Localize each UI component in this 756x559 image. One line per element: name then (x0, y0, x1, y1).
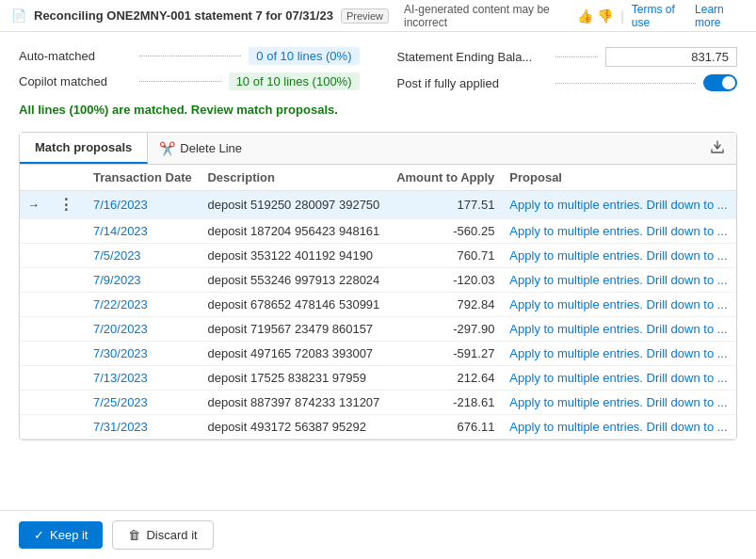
row-menu-empty (47, 293, 86, 317)
row-description: deposit 187204 956423 948161 (200, 219, 388, 244)
row-proposal: Apply to multiple entries. Drill down to… (502, 191, 736, 219)
table-row: 7/22/2023 deposit 678652 478146 530991 7… (20, 293, 736, 317)
row-proposal: Apply to multiple entries. Drill down to… (502, 366, 736, 391)
statement-ending-input[interactable] (605, 47, 737, 67)
thumbs-down-icon[interactable]: 👎 (597, 8, 613, 24)
row-menu-empty (47, 317, 86, 342)
table-row: 7/25/2023 deposit 887397 874233 131207 -… (20, 391, 736, 415)
row-amount: 676.11 (388, 415, 502, 439)
doc-icon: 📄 (11, 8, 26, 23)
arrow-col-header (20, 165, 47, 191)
amount-col-header: Amount to Apply (388, 165, 502, 191)
post-if-applied-label: Post if fully applied (397, 76, 548, 90)
post-if-applied-toggle[interactable] (703, 74, 737, 91)
table-row: 7/14/2023 deposit 187204 956423 948161 -… (20, 219, 736, 244)
table-row: 7/5/2023 deposit 353122 401192 94190 760… (20, 244, 736, 268)
date-link[interactable]: 7/13/2023 (93, 371, 148, 385)
page-title: Reconciling ONE2MNY-001 statement 7 for … (34, 8, 333, 23)
proposal-link[interactable]: Apply to multiple entries. Drill down to… (509, 248, 727, 263)
proposal-link[interactable]: Apply to multiple entries. Drill down to… (509, 395, 727, 409)
row-menu-empty (47, 366, 86, 391)
proposal-link[interactable]: Apply to multiple entries. Drill down to… (509, 420, 727, 434)
row-amount: 212.64 (388, 366, 502, 391)
summary-grid: Auto-matched 0 of 10 lines (0%) Copilot … (19, 47, 737, 91)
row-arrow: → (20, 191, 47, 219)
learn-more-link[interactable]: Learn more (695, 3, 745, 29)
table-row: 7/20/2023 deposit 719567 23479 860157 -2… (20, 317, 736, 342)
proposal-link[interactable]: Apply to multiple entries. Drill down to… (509, 371, 727, 385)
row-description: deposit 17525 838231 97959 (200, 366, 388, 391)
proposal-link[interactable]: Apply to multiple entries. Drill down to… (509, 198, 727, 212)
check-icon: ✓ (34, 528, 44, 542)
row-amount: -120.03 (388, 268, 502, 293)
proposal-link[interactable]: Apply to multiple entries. Drill down to… (509, 273, 727, 287)
row-description: deposit 353122 401192 94190 (200, 244, 388, 268)
table-row: 7/30/2023 deposit 497165 72083 393007 -5… (20, 342, 736, 366)
copilot-matched-value: 10 of 10 lines (100%) (229, 72, 360, 90)
desc-col-header: Description (200, 165, 388, 191)
row-proposal: Apply to multiple entries. Drill down to… (502, 342, 736, 366)
row-arrow-empty (20, 391, 47, 415)
table-header-row: Transaction Date Description Amount to A… (20, 165, 736, 191)
date-link[interactable]: 7/20/2023 (93, 322, 148, 336)
row-date: 7/20/2023 (86, 317, 200, 342)
date-link[interactable]: 7/9/2023 (93, 273, 141, 287)
statement-ending-row: Statement Ending Bala... (397, 47, 738, 67)
row-proposal: Apply to multiple entries. Drill down to… (502, 391, 736, 415)
delete-line-label: Delete Line (180, 141, 242, 155)
row-date: 7/13/2023 (86, 366, 200, 391)
proposal-link[interactable]: Apply to multiple entries. Drill down to… (509, 322, 727, 336)
row-date: 7/22/2023 (86, 293, 200, 317)
date-link[interactable]: 7/22/2023 (93, 297, 148, 311)
row-date: 7/31/2023 (86, 415, 200, 439)
menu-col-header (47, 165, 86, 191)
proposal-link[interactable]: Apply to multiple entries. Drill down to… (509, 297, 727, 311)
dots-menu-icon[interactable]: ⋮ (55, 195, 78, 215)
statement-ending-label: Statement Ending Bala... (397, 50, 548, 64)
row-description: deposit 519250 280097 392750 (200, 191, 388, 219)
row-menu-empty (47, 391, 86, 415)
row-amount: 760.71 (388, 244, 502, 268)
proposal-link[interactable]: Apply to multiple entries. Drill down to… (509, 224, 727, 238)
discard-it-button[interactable]: 🗑 Discard it (112, 520, 213, 550)
table-row: 7/9/2023 deposit 553246 997913 228024 -1… (20, 268, 736, 293)
keep-it-button[interactable]: ✓ Keep it (19, 521, 103, 549)
feedback-icons: 👍 👎 (577, 8, 613, 24)
dots3 (555, 56, 599, 57)
proposal-link[interactable]: Apply to multiple entries. Drill down to… (509, 346, 727, 360)
row-proposal: Apply to multiple entries. Drill down to… (502, 244, 736, 268)
delete-line-button[interactable]: ✂️ Delete Line (148, 136, 253, 162)
date-col-header: Transaction Date (86, 165, 200, 191)
row-menu[interactable]: ⋮ (47, 191, 86, 219)
row-description: deposit 887397 874233 131207 (200, 391, 388, 415)
row-proposal: Apply to multiple entries. Drill down to… (502, 219, 736, 244)
terms-of-use-link[interactable]: Terms of use (632, 3, 687, 29)
row-arrow-empty (20, 317, 47, 342)
row-date: 7/25/2023 (86, 391, 200, 415)
copilot-matched-label: Copilot matched (19, 74, 132, 88)
table-row: → ⋮ 7/16/2023 deposit 519250 280097 3927… (20, 191, 736, 219)
export-icon[interactable] (699, 134, 736, 164)
date-link[interactable]: 7/16/2023 (93, 198, 148, 212)
dots4 (555, 83, 697, 84)
copilot-matched-row: Copilot matched 10 of 10 lines (100%) (19, 72, 360, 90)
top-bar: 📄 Reconciling ONE2MNY-001 statement 7 fo… (0, 0, 756, 32)
row-proposal: Apply to multiple entries. Drill down to… (502, 317, 736, 342)
date-link[interactable]: 7/14/2023 (93, 224, 148, 238)
row-description: deposit 719567 23479 860157 (200, 317, 388, 342)
match-proposals-tab[interactable]: Match proposals (20, 133, 148, 164)
row-arrow-empty (20, 293, 47, 317)
row-arrow-empty (20, 244, 47, 268)
date-link[interactable]: 7/5/2023 (93, 248, 141, 263)
row-amount: 792.84 (388, 293, 502, 317)
footer: ✓ Keep it 🗑 Discard it (0, 510, 756, 559)
thumbs-up-icon[interactable]: 👍 (577, 8, 593, 24)
row-amount: -218.61 (388, 391, 502, 415)
date-link[interactable]: 7/31/2023 (93, 420, 148, 434)
date-link[interactable]: 7/25/2023 (93, 395, 148, 409)
date-link[interactable]: 7/30/2023 (93, 346, 148, 360)
proposals-table: Transaction Date Description Amount to A… (20, 165, 736, 439)
auto-matched-label: Auto-matched (19, 49, 132, 63)
row-arrow-empty (20, 342, 47, 366)
all-matched-text: All lines (100%) are matched. Review mat… (19, 103, 737, 117)
